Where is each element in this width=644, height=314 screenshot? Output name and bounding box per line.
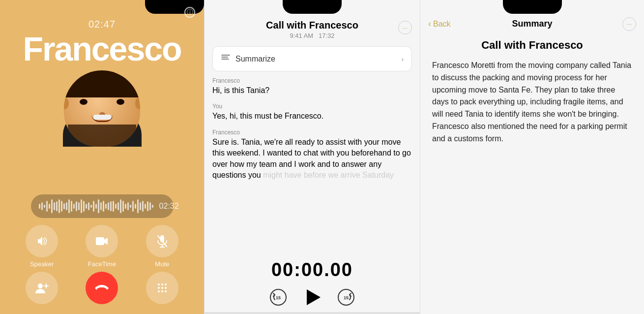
svg-point-11: [158, 287, 160, 289]
sender-3: Francesco: [212, 129, 412, 136]
playback-timer: 00:00.00: [271, 259, 353, 281]
recording-timer: 02:32: [159, 202, 179, 211]
svg-point-13: [165, 287, 167, 289]
svg-point-12: [161, 287, 163, 289]
svg-text:15: 15: [344, 295, 349, 300]
phone2-transcript: Call with Francesco 9:41 AM 17:32 ··· Su…: [204, 0, 420, 314]
svg-point-10: [165, 283, 167, 285]
call-time: 9:41 AM: [290, 32, 313, 39]
transcript-more-button[interactable]: ···: [398, 21, 412, 34]
avatar: [53, 70, 151, 169]
call-controls: Speaker FaceTime: [0, 225, 204, 304]
phone1-active-call: ⓘ 02:47 Francesco: [0, 0, 204, 314]
back-button[interactable]: ‹ Back: [428, 19, 451, 29]
summary-text: Francesco Moretti from the moving compan…: [432, 60, 632, 145]
svg-point-9: [161, 283, 163, 285]
call-length: 17:32: [319, 32, 335, 39]
sender-2: You: [212, 103, 412, 110]
call-duration: 02:47: [0, 19, 204, 30]
phone3-header: ‹ Back Summary ···: [420, 14, 644, 34]
facetime-button[interactable]: FaceTime: [86, 225, 118, 268]
message-text-1: Hi, is this Tania?: [212, 85, 412, 96]
summary-header-title: Summary: [512, 19, 552, 29]
mute-label: Mute: [155, 260, 169, 268]
phone2-header: Call with Francesco 9:41 AM 17:32 ···: [205, 14, 420, 43]
notch-1: [145, 0, 204, 14]
playback-area: 00:00.00 15 15: [205, 254, 420, 312]
progress-bar[interactable]: [205, 312, 420, 314]
svg-point-5: [38, 283, 43, 288]
svg-point-15: [161, 290, 163, 292]
skip-back-button[interactable]: 15: [269, 288, 288, 307]
summarize-left: Summarize: [221, 54, 275, 64]
transcript-title: Call with Francesco: [214, 20, 410, 31]
speaker-button[interactable]: Speaker: [26, 225, 58, 268]
summary-more-button[interactable]: ···: [622, 17, 636, 31]
facetime-label: FaceTime: [88, 260, 116, 268]
mute-icon-circle: [146, 225, 178, 257]
speaker-icon-circle: [26, 225, 58, 257]
skip-forward-button[interactable]: 15: [337, 288, 355, 307]
add-contact-button[interactable]: [26, 272, 58, 304]
summarize-label: Summarize: [235, 55, 275, 63]
controls-row-2: [12, 272, 192, 304]
back-label: Back: [433, 20, 451, 29]
summarize-button[interactable]: Summarize ›: [212, 46, 412, 71]
info-icon[interactable]: ⓘ: [184, 7, 195, 18]
phone3-summary: ‹ Back Summary ··· Call with Francesco F…: [420, 0, 644, 314]
transcript-scroll-area[interactable]: Francesco Hi, is this Tania? You Yes, hi…: [205, 74, 420, 254]
transcript-message-3: Francesco Sure is. Tania, we're all read…: [212, 129, 412, 181]
end-call-button[interactable]: [86, 272, 118, 304]
message-text-3: Sure is. Tania, we're all ready to assis…: [212, 137, 412, 181]
back-chevron-icon: ‹: [428, 19, 431, 29]
add-contact-icon-circle: [26, 272, 58, 304]
svg-point-16: [165, 290, 167, 292]
transcript-message-1: Francesco Hi, is this Tania?: [212, 77, 412, 96]
summarize-icon: [221, 54, 231, 64]
speaker-label: Speaker: [30, 260, 54, 268]
summarize-chevron-icon: ›: [401, 55, 404, 63]
notch-2: [283, 0, 342, 14]
sender-1: Francesco: [212, 77, 412, 84]
waveform-lines: [39, 199, 153, 213]
summary-call-title: Call with Francesco: [432, 39, 632, 52]
notch-3: [503, 0, 562, 14]
summary-content: Call with Francesco Francesco Moretti fr…: [420, 34, 644, 314]
svg-point-14: [158, 290, 160, 292]
keypad-button[interactable]: [146, 272, 178, 304]
playback-controls: 15 15: [269, 286, 355, 308]
svg-point-8: [158, 283, 160, 285]
keypad-icon-circle: [146, 272, 178, 304]
caller-name: Francesco: [0, 32, 204, 65]
transcript-subtitle: 9:41 AM 17:32: [214, 32, 410, 39]
mute-button[interactable]: Mute: [146, 225, 178, 268]
play-button[interactable]: [301, 286, 323, 308]
svg-rect-0: [96, 237, 104, 245]
message-text-2: Yes, hi, this must be Francesco.: [212, 111, 412, 122]
play-icon: [307, 289, 321, 305]
controls-row-1: Speaker FaceTime: [12, 225, 192, 268]
svg-text:15: 15: [276, 295, 281, 300]
waveform-bar: 02:32: [31, 194, 174, 218]
transcript-message-2: You Yes, hi, this must be Francesco.: [212, 103, 412, 122]
facetime-icon-circle: [86, 225, 118, 257]
end-call-icon-circle: [86, 272, 118, 304]
